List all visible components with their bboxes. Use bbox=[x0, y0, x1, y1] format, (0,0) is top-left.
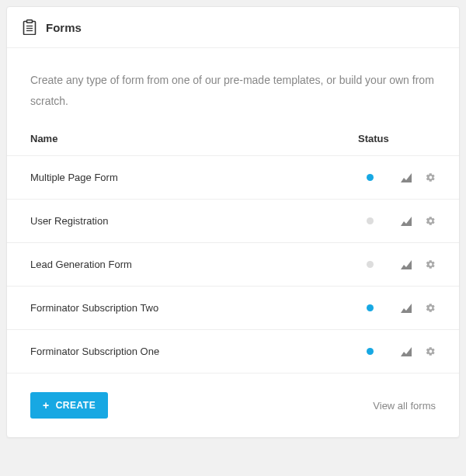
status-indicator bbox=[358, 348, 381, 355]
gear-icon[interactable] bbox=[426, 303, 436, 313]
table-row: Lead Generation Form bbox=[7, 243, 459, 287]
status-indicator bbox=[358, 261, 381, 268]
table-row: User Registration bbox=[7, 200, 459, 243]
clipboard-icon bbox=[23, 19, 37, 35]
gear-icon[interactable] bbox=[426, 259, 436, 269]
table-row: Forminator Subscription Two bbox=[7, 287, 459, 330]
row-actions bbox=[381, 346, 436, 356]
table-row: Forminator Subscription One bbox=[7, 330, 459, 374]
view-all-forms-link[interactable]: View all forms bbox=[373, 400, 436, 412]
create-button[interactable]: + CREATE bbox=[30, 392, 108, 419]
stats-icon[interactable] bbox=[401, 260, 412, 269]
stats-icon[interactable] bbox=[401, 173, 412, 182]
forms-list: Multiple Page FormUser RegistrationLead … bbox=[7, 155, 459, 374]
plus-icon: + bbox=[43, 400, 50, 411]
card-header: Forms bbox=[7, 7, 459, 48]
status-dot-icon bbox=[367, 174, 374, 181]
form-name: Multiple Page Form bbox=[30, 172, 358, 183]
form-name: Lead Generation Form bbox=[30, 259, 358, 270]
table-row: Multiple Page Form bbox=[7, 156, 459, 200]
col-header-name: Name bbox=[30, 133, 358, 144]
form-name: User Registration bbox=[30, 215, 358, 227]
row-actions bbox=[381, 259, 436, 269]
col-header-status: Status bbox=[358, 133, 436, 144]
list-header: Name Status bbox=[30, 133, 436, 155]
row-actions bbox=[381, 303, 436, 313]
form-name: Forminator Subscription One bbox=[30, 346, 358, 357]
card-footer: + CREATE View all forms bbox=[7, 374, 459, 437]
form-name: Forminator Subscription Two bbox=[30, 302, 358, 314]
status-indicator bbox=[358, 217, 381, 224]
intro-text: Create any type of form from one of our … bbox=[30, 70, 436, 111]
status-dot-icon bbox=[367, 304, 374, 311]
gear-icon[interactable] bbox=[426, 346, 436, 356]
stats-icon[interactable] bbox=[401, 217, 412, 226]
svg-rect-1 bbox=[27, 20, 33, 23]
status-indicator bbox=[358, 304, 381, 311]
forms-card: Forms Create any type of form from one o… bbox=[6, 6, 460, 438]
card-title: Forms bbox=[46, 21, 82, 34]
create-button-label: CREATE bbox=[56, 400, 96, 411]
status-dot-icon bbox=[367, 217, 374, 224]
stats-icon[interactable] bbox=[401, 304, 412, 313]
gear-icon[interactable] bbox=[426, 216, 436, 226]
status-dot-icon bbox=[367, 261, 374, 268]
card-body: Create any type of form from one of our … bbox=[7, 48, 459, 374]
row-actions bbox=[381, 172, 436, 182]
status-indicator bbox=[358, 174, 381, 181]
stats-icon[interactable] bbox=[401, 347, 412, 356]
status-dot-icon bbox=[367, 348, 374, 355]
row-actions bbox=[381, 216, 436, 226]
gear-icon[interactable] bbox=[426, 172, 436, 182]
